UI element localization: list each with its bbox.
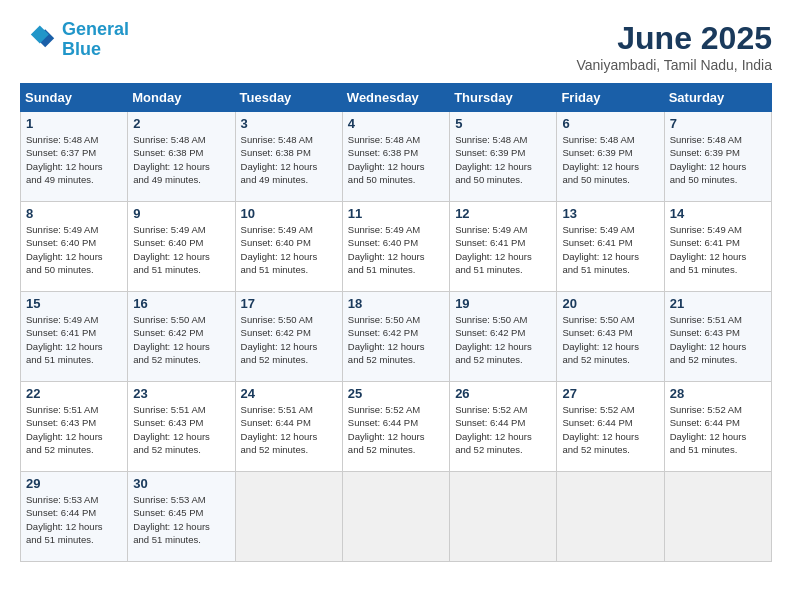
day-number: 8 bbox=[26, 206, 122, 221]
day-info: Sunrise: 5:49 AMSunset: 6:40 PMDaylight:… bbox=[348, 224, 425, 275]
day-number: 21 bbox=[670, 296, 766, 311]
day-info: Sunrise: 5:49 AMSunset: 6:40 PMDaylight:… bbox=[133, 224, 210, 275]
day-info: Sunrise: 5:48 AMSunset: 6:39 PMDaylight:… bbox=[670, 134, 747, 185]
calendar-cell-7: 7Sunrise: 5:48 AMSunset: 6:39 PMDaylight… bbox=[664, 112, 771, 202]
day-info: Sunrise: 5:49 AMSunset: 6:40 PMDaylight:… bbox=[26, 224, 103, 275]
day-number: 22 bbox=[26, 386, 122, 401]
calendar-cell-29: 29Sunrise: 5:53 AMSunset: 6:44 PMDayligh… bbox=[21, 472, 128, 562]
day-info: Sunrise: 5:53 AMSunset: 6:44 PMDaylight:… bbox=[26, 494, 103, 545]
day-number: 12 bbox=[455, 206, 551, 221]
weekday-header-monday: Monday bbox=[128, 84, 235, 112]
title-block: June 2025 Vaniyambadi, Tamil Nadu, India bbox=[576, 20, 772, 73]
day-info: Sunrise: 5:51 AMSunset: 6:43 PMDaylight:… bbox=[670, 314, 747, 365]
logo: General Blue bbox=[20, 20, 129, 60]
day-number: 24 bbox=[241, 386, 337, 401]
calendar-cell-28: 28Sunrise: 5:52 AMSunset: 6:44 PMDayligh… bbox=[664, 382, 771, 472]
calendar-week-4: 22Sunrise: 5:51 AMSunset: 6:43 PMDayligh… bbox=[21, 382, 772, 472]
day-info: Sunrise: 5:48 AMSunset: 6:39 PMDaylight:… bbox=[562, 134, 639, 185]
calendar-cell-25: 25Sunrise: 5:52 AMSunset: 6:44 PMDayligh… bbox=[342, 382, 449, 472]
calendar-cell-26: 26Sunrise: 5:52 AMSunset: 6:44 PMDayligh… bbox=[450, 382, 557, 472]
calendar-cell-empty-4-5 bbox=[557, 472, 664, 562]
logo-line1: General bbox=[62, 19, 129, 39]
day-info: Sunrise: 5:50 AMSunset: 6:42 PMDaylight:… bbox=[348, 314, 425, 365]
day-number: 13 bbox=[562, 206, 658, 221]
day-number: 28 bbox=[670, 386, 766, 401]
page-header: General Blue June 2025 Vaniyambadi, Tami… bbox=[20, 20, 772, 73]
day-number: 9 bbox=[133, 206, 229, 221]
weekday-header-tuesday: Tuesday bbox=[235, 84, 342, 112]
day-number: 10 bbox=[241, 206, 337, 221]
day-info: Sunrise: 5:52 AMSunset: 6:44 PMDaylight:… bbox=[562, 404, 639, 455]
day-info: Sunrise: 5:50 AMSunset: 6:42 PMDaylight:… bbox=[455, 314, 532, 365]
day-info: Sunrise: 5:48 AMSunset: 6:37 PMDaylight:… bbox=[26, 134, 103, 185]
calendar-cell-11: 11Sunrise: 5:49 AMSunset: 6:40 PMDayligh… bbox=[342, 202, 449, 292]
day-number: 6 bbox=[562, 116, 658, 131]
calendar-cell-1: 1Sunrise: 5:48 AMSunset: 6:37 PMDaylight… bbox=[21, 112, 128, 202]
calendar-cell-19: 19Sunrise: 5:50 AMSunset: 6:42 PMDayligh… bbox=[450, 292, 557, 382]
day-info: Sunrise: 5:49 AMSunset: 6:41 PMDaylight:… bbox=[670, 224, 747, 275]
day-number: 25 bbox=[348, 386, 444, 401]
weekday-header-sunday: Sunday bbox=[21, 84, 128, 112]
calendar-cell-16: 16Sunrise: 5:50 AMSunset: 6:42 PMDayligh… bbox=[128, 292, 235, 382]
weekday-header-wednesday: Wednesday bbox=[342, 84, 449, 112]
day-number: 27 bbox=[562, 386, 658, 401]
day-info: Sunrise: 5:51 AMSunset: 6:43 PMDaylight:… bbox=[133, 404, 210, 455]
day-number: 19 bbox=[455, 296, 551, 311]
day-number: 4 bbox=[348, 116, 444, 131]
calendar-cell-20: 20Sunrise: 5:50 AMSunset: 6:43 PMDayligh… bbox=[557, 292, 664, 382]
calendar-subtitle: Vaniyambadi, Tamil Nadu, India bbox=[576, 57, 772, 73]
weekday-header-saturday: Saturday bbox=[664, 84, 771, 112]
day-number: 14 bbox=[670, 206, 766, 221]
day-number: 2 bbox=[133, 116, 229, 131]
day-info: Sunrise: 5:50 AMSunset: 6:42 PMDaylight:… bbox=[241, 314, 318, 365]
calendar-cell-8: 8Sunrise: 5:49 AMSunset: 6:40 PMDaylight… bbox=[21, 202, 128, 292]
calendar-cell-6: 6Sunrise: 5:48 AMSunset: 6:39 PMDaylight… bbox=[557, 112, 664, 202]
calendar-table: SundayMondayTuesdayWednesdayThursdayFrid… bbox=[20, 83, 772, 562]
logo-text: General Blue bbox=[62, 20, 129, 60]
logo-line2: Blue bbox=[62, 39, 101, 59]
calendar-cell-30: 30Sunrise: 5:53 AMSunset: 6:45 PMDayligh… bbox=[128, 472, 235, 562]
calendar-cell-27: 27Sunrise: 5:52 AMSunset: 6:44 PMDayligh… bbox=[557, 382, 664, 472]
calendar-cell-empty-4-3 bbox=[342, 472, 449, 562]
day-info: Sunrise: 5:50 AMSunset: 6:43 PMDaylight:… bbox=[562, 314, 639, 365]
day-info: Sunrise: 5:48 AMSunset: 6:38 PMDaylight:… bbox=[348, 134, 425, 185]
day-number: 23 bbox=[133, 386, 229, 401]
day-info: Sunrise: 5:48 AMSunset: 6:38 PMDaylight:… bbox=[133, 134, 210, 185]
calendar-title: June 2025 bbox=[576, 20, 772, 57]
calendar-cell-21: 21Sunrise: 5:51 AMSunset: 6:43 PMDayligh… bbox=[664, 292, 771, 382]
calendar-cell-18: 18Sunrise: 5:50 AMSunset: 6:42 PMDayligh… bbox=[342, 292, 449, 382]
calendar-cell-10: 10Sunrise: 5:49 AMSunset: 6:40 PMDayligh… bbox=[235, 202, 342, 292]
day-number: 30 bbox=[133, 476, 229, 491]
day-number: 3 bbox=[241, 116, 337, 131]
day-number: 26 bbox=[455, 386, 551, 401]
calendar-week-3: 15Sunrise: 5:49 AMSunset: 6:41 PMDayligh… bbox=[21, 292, 772, 382]
calendar-cell-15: 15Sunrise: 5:49 AMSunset: 6:41 PMDayligh… bbox=[21, 292, 128, 382]
day-info: Sunrise: 5:51 AMSunset: 6:44 PMDaylight:… bbox=[241, 404, 318, 455]
day-info: Sunrise: 5:52 AMSunset: 6:44 PMDaylight:… bbox=[670, 404, 747, 455]
day-info: Sunrise: 5:48 AMSunset: 6:39 PMDaylight:… bbox=[455, 134, 532, 185]
day-number: 16 bbox=[133, 296, 229, 311]
day-info: Sunrise: 5:53 AMSunset: 6:45 PMDaylight:… bbox=[133, 494, 210, 545]
logo-icon bbox=[20, 22, 56, 58]
calendar-cell-12: 12Sunrise: 5:49 AMSunset: 6:41 PMDayligh… bbox=[450, 202, 557, 292]
day-number: 1 bbox=[26, 116, 122, 131]
calendar-cell-22: 22Sunrise: 5:51 AMSunset: 6:43 PMDayligh… bbox=[21, 382, 128, 472]
calendar-week-5: 29Sunrise: 5:53 AMSunset: 6:44 PMDayligh… bbox=[21, 472, 772, 562]
day-info: Sunrise: 5:49 AMSunset: 6:41 PMDaylight:… bbox=[455, 224, 532, 275]
calendar-cell-23: 23Sunrise: 5:51 AMSunset: 6:43 PMDayligh… bbox=[128, 382, 235, 472]
calendar-cell-9: 9Sunrise: 5:49 AMSunset: 6:40 PMDaylight… bbox=[128, 202, 235, 292]
day-info: Sunrise: 5:52 AMSunset: 6:44 PMDaylight:… bbox=[348, 404, 425, 455]
day-info: Sunrise: 5:48 AMSunset: 6:38 PMDaylight:… bbox=[241, 134, 318, 185]
day-number: 5 bbox=[455, 116, 551, 131]
day-number: 29 bbox=[26, 476, 122, 491]
calendar-cell-5: 5Sunrise: 5:48 AMSunset: 6:39 PMDaylight… bbox=[450, 112, 557, 202]
weekday-header-friday: Friday bbox=[557, 84, 664, 112]
calendar-cell-4: 4Sunrise: 5:48 AMSunset: 6:38 PMDaylight… bbox=[342, 112, 449, 202]
calendar-cell-13: 13Sunrise: 5:49 AMSunset: 6:41 PMDayligh… bbox=[557, 202, 664, 292]
calendar-cell-17: 17Sunrise: 5:50 AMSunset: 6:42 PMDayligh… bbox=[235, 292, 342, 382]
day-info: Sunrise: 5:50 AMSunset: 6:42 PMDaylight:… bbox=[133, 314, 210, 365]
day-info: Sunrise: 5:49 AMSunset: 6:40 PMDaylight:… bbox=[241, 224, 318, 275]
calendar-cell-3: 3Sunrise: 5:48 AMSunset: 6:38 PMDaylight… bbox=[235, 112, 342, 202]
calendar-cell-2: 2Sunrise: 5:48 AMSunset: 6:38 PMDaylight… bbox=[128, 112, 235, 202]
weekday-header-row: SundayMondayTuesdayWednesdayThursdayFrid… bbox=[21, 84, 772, 112]
